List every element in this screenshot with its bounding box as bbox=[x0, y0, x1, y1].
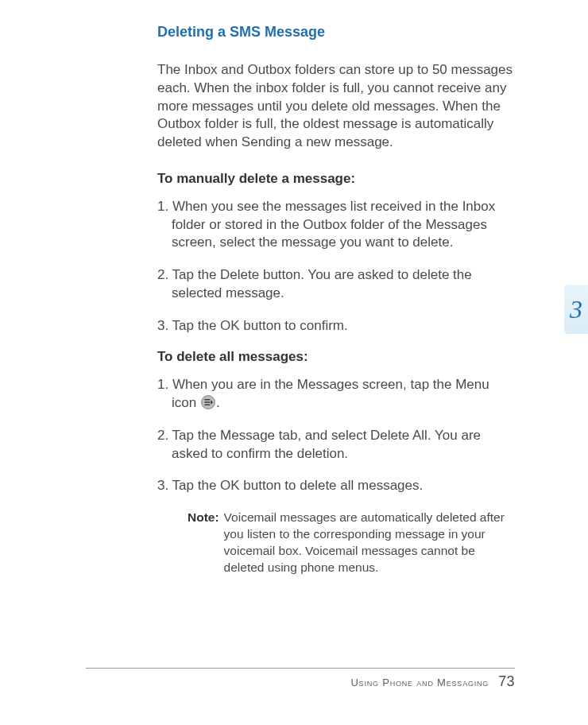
menu-icon bbox=[201, 395, 215, 409]
page-footer: Using Phone and Messaging 73 bbox=[86, 668, 515, 690]
chapter-tab: 3 bbox=[564, 285, 588, 334]
list-item: 3. Tap the OK button to confirm. bbox=[157, 317, 515, 335]
svg-rect-2 bbox=[204, 401, 210, 402]
footer-rule bbox=[86, 668, 515, 669]
step-text: Tap the OK button to confirm. bbox=[172, 318, 348, 333]
list-item: 1. When you see the messages list receiv… bbox=[157, 198, 515, 252]
svg-rect-1 bbox=[204, 399, 210, 400]
svg-rect-3 bbox=[204, 405, 210, 405]
note-block: Note: Voicemail messages are automatical… bbox=[157, 510, 515, 576]
list-item: 2. Tap the Delete button. You are asked … bbox=[157, 266, 515, 303]
section-title: Deleting a SMS Message bbox=[157, 24, 515, 41]
intro-paragraph: The Inbox and Outbox folders can store u… bbox=[157, 61, 515, 152]
steps-list-manual: 1. When you see the messages list receiv… bbox=[157, 198, 515, 335]
list-item: 1. When you are in the Messages screen, … bbox=[157, 376, 515, 413]
footer-page-number: 73 bbox=[498, 673, 515, 689]
step-text: When you see the messages list received … bbox=[172, 199, 495, 250]
subheading-delete-all: To delete all messages: bbox=[157, 349, 515, 365]
step-text-post: . bbox=[216, 395, 220, 410]
steps-list-delete-all: 1. When you are in the Messages screen, … bbox=[157, 376, 515, 495]
note-label: Note: bbox=[188, 510, 219, 576]
list-item: 2. Tap the Message tab, and select Delet… bbox=[157, 427, 515, 463]
note-text: Voicemail messages are automatically del… bbox=[224, 510, 515, 576]
footer-line: Using Phone and Messaging 73 bbox=[86, 673, 515, 690]
list-item: 3. Tap the OK button to delete all messa… bbox=[157, 477, 515, 495]
step-text: Tap the OK button to delete all messages… bbox=[172, 478, 424, 493]
step-text: Tap the Message tab, and select Delete A… bbox=[172, 428, 481, 461]
step-text: Tap the Delete button. You are asked to … bbox=[172, 267, 472, 300]
footer-section-name: Using Phone and Messaging bbox=[350, 677, 489, 688]
subheading-manual-delete: To manually delete a message: bbox=[157, 171, 515, 187]
chapter-number: 3 bbox=[570, 295, 582, 324]
document-page: Deleting a SMS Message The Inbox and Out… bbox=[0, 0, 588, 725]
